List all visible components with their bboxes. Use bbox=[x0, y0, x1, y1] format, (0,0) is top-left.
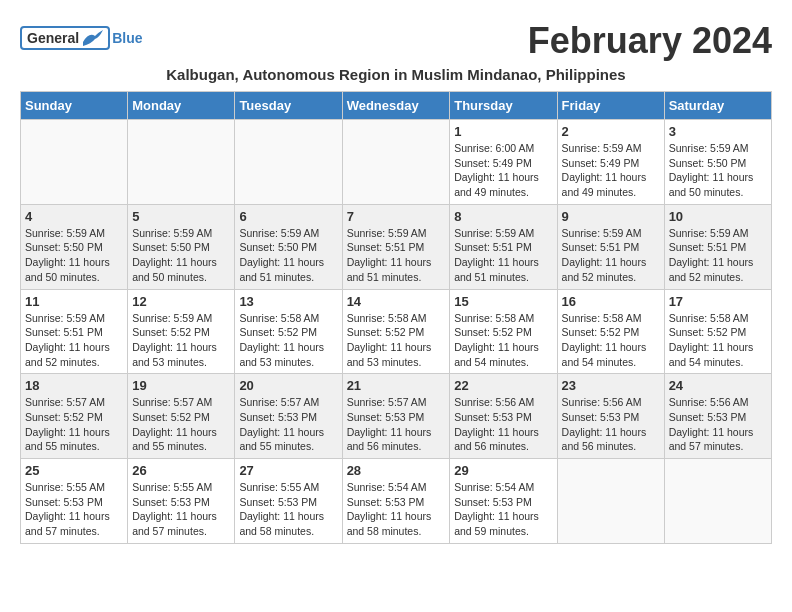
day-info: Sunrise: 5:58 AMSunset: 5:52 PMDaylight:… bbox=[669, 311, 767, 370]
day-info: Sunrise: 5:56 AMSunset: 5:53 PMDaylight:… bbox=[562, 395, 660, 454]
calendar-cell: 1Sunrise: 6:00 AMSunset: 5:49 PMDaylight… bbox=[450, 120, 557, 205]
calendar-cell: 15Sunrise: 5:58 AMSunset: 5:52 PMDayligh… bbox=[450, 289, 557, 374]
day-info: Sunrise: 5:57 AMSunset: 5:52 PMDaylight:… bbox=[25, 395, 123, 454]
day-info: Sunrise: 5:59 AMSunset: 5:50 PMDaylight:… bbox=[25, 226, 123, 285]
month-year-title: February 2024 bbox=[528, 20, 772, 62]
day-number: 12 bbox=[132, 294, 230, 309]
day-info: Sunrise: 5:58 AMSunset: 5:52 PMDaylight:… bbox=[562, 311, 660, 370]
day-number: 9 bbox=[562, 209, 660, 224]
day-info: Sunrise: 5:58 AMSunset: 5:52 PMDaylight:… bbox=[239, 311, 337, 370]
column-header-sunday: Sunday bbox=[21, 92, 128, 120]
day-info: Sunrise: 5:56 AMSunset: 5:53 PMDaylight:… bbox=[454, 395, 552, 454]
day-number: 14 bbox=[347, 294, 446, 309]
day-number: 8 bbox=[454, 209, 552, 224]
day-info: Sunrise: 5:59 AMSunset: 5:52 PMDaylight:… bbox=[132, 311, 230, 370]
column-header-wednesday: Wednesday bbox=[342, 92, 450, 120]
day-number: 7 bbox=[347, 209, 446, 224]
day-number: 10 bbox=[669, 209, 767, 224]
calendar-cell bbox=[557, 459, 664, 544]
day-number: 20 bbox=[239, 378, 337, 393]
calendar-cell: 28Sunrise: 5:54 AMSunset: 5:53 PMDayligh… bbox=[342, 459, 450, 544]
day-info: Sunrise: 5:59 AMSunset: 5:50 PMDaylight:… bbox=[132, 226, 230, 285]
logo-bird-icon bbox=[81, 30, 103, 46]
calendar-cell: 6Sunrise: 5:59 AMSunset: 5:50 PMDaylight… bbox=[235, 204, 342, 289]
calendar-table: SundayMondayTuesdayWednesdayThursdayFrid… bbox=[20, 91, 772, 544]
column-header-saturday: Saturday bbox=[664, 92, 771, 120]
calendar-cell: 3Sunrise: 5:59 AMSunset: 5:50 PMDaylight… bbox=[664, 120, 771, 205]
day-number: 6 bbox=[239, 209, 337, 224]
day-info: Sunrise: 5:55 AMSunset: 5:53 PMDaylight:… bbox=[239, 480, 337, 539]
day-info: Sunrise: 5:54 AMSunset: 5:53 PMDaylight:… bbox=[347, 480, 446, 539]
calendar-cell: 10Sunrise: 5:59 AMSunset: 5:51 PMDayligh… bbox=[664, 204, 771, 289]
day-info: Sunrise: 6:00 AMSunset: 5:49 PMDaylight:… bbox=[454, 141, 552, 200]
calendar-week-row: 1Sunrise: 6:00 AMSunset: 5:49 PMDaylight… bbox=[21, 120, 772, 205]
calendar-week-row: 25Sunrise: 5:55 AMSunset: 5:53 PMDayligh… bbox=[21, 459, 772, 544]
calendar-cell: 4Sunrise: 5:59 AMSunset: 5:50 PMDaylight… bbox=[21, 204, 128, 289]
calendar-cell: 16Sunrise: 5:58 AMSunset: 5:52 PMDayligh… bbox=[557, 289, 664, 374]
calendar-cell bbox=[235, 120, 342, 205]
calendar-cell: 11Sunrise: 5:59 AMSunset: 5:51 PMDayligh… bbox=[21, 289, 128, 374]
day-number: 4 bbox=[25, 209, 123, 224]
calendar-cell: 8Sunrise: 5:59 AMSunset: 5:51 PMDaylight… bbox=[450, 204, 557, 289]
day-number: 5 bbox=[132, 209, 230, 224]
column-header-tuesday: Tuesday bbox=[235, 92, 342, 120]
day-info: Sunrise: 5:59 AMSunset: 5:50 PMDaylight:… bbox=[669, 141, 767, 200]
calendar-cell: 14Sunrise: 5:58 AMSunset: 5:52 PMDayligh… bbox=[342, 289, 450, 374]
day-number: 19 bbox=[132, 378, 230, 393]
calendar-cell bbox=[342, 120, 450, 205]
calendar-cell: 7Sunrise: 5:59 AMSunset: 5:51 PMDaylight… bbox=[342, 204, 450, 289]
calendar-cell: 22Sunrise: 5:56 AMSunset: 5:53 PMDayligh… bbox=[450, 374, 557, 459]
calendar-cell: 24Sunrise: 5:56 AMSunset: 5:53 PMDayligh… bbox=[664, 374, 771, 459]
column-header-friday: Friday bbox=[557, 92, 664, 120]
day-number: 27 bbox=[239, 463, 337, 478]
day-info: Sunrise: 5:59 AMSunset: 5:51 PMDaylight:… bbox=[347, 226, 446, 285]
day-info: Sunrise: 5:55 AMSunset: 5:53 PMDaylight:… bbox=[132, 480, 230, 539]
day-info: Sunrise: 5:57 AMSunset: 5:52 PMDaylight:… bbox=[132, 395, 230, 454]
calendar-week-row: 18Sunrise: 5:57 AMSunset: 5:52 PMDayligh… bbox=[21, 374, 772, 459]
calendar-cell: 2Sunrise: 5:59 AMSunset: 5:49 PMDaylight… bbox=[557, 120, 664, 205]
day-number: 21 bbox=[347, 378, 446, 393]
calendar-week-row: 11Sunrise: 5:59 AMSunset: 5:51 PMDayligh… bbox=[21, 289, 772, 374]
calendar-cell: 17Sunrise: 5:58 AMSunset: 5:52 PMDayligh… bbox=[664, 289, 771, 374]
day-number: 29 bbox=[454, 463, 552, 478]
day-number: 2 bbox=[562, 124, 660, 139]
calendar-week-row: 4Sunrise: 5:59 AMSunset: 5:50 PMDaylight… bbox=[21, 204, 772, 289]
day-number: 28 bbox=[347, 463, 446, 478]
day-info: Sunrise: 5:58 AMSunset: 5:52 PMDaylight:… bbox=[347, 311, 446, 370]
day-info: Sunrise: 5:59 AMSunset: 5:49 PMDaylight:… bbox=[562, 141, 660, 200]
calendar-cell: 21Sunrise: 5:57 AMSunset: 5:53 PMDayligh… bbox=[342, 374, 450, 459]
calendar-cell: 5Sunrise: 5:59 AMSunset: 5:50 PMDaylight… bbox=[128, 204, 235, 289]
day-number: 15 bbox=[454, 294, 552, 309]
calendar-cell: 20Sunrise: 5:57 AMSunset: 5:53 PMDayligh… bbox=[235, 374, 342, 459]
day-info: Sunrise: 5:57 AMSunset: 5:53 PMDaylight:… bbox=[347, 395, 446, 454]
day-number: 18 bbox=[25, 378, 123, 393]
calendar-subtitle: Kalbugan, Autonomous Region in Muslim Mi… bbox=[20, 66, 772, 83]
day-number: 17 bbox=[669, 294, 767, 309]
day-info: Sunrise: 5:59 AMSunset: 5:51 PMDaylight:… bbox=[562, 226, 660, 285]
day-info: Sunrise: 5:58 AMSunset: 5:52 PMDaylight:… bbox=[454, 311, 552, 370]
day-info: Sunrise: 5:57 AMSunset: 5:53 PMDaylight:… bbox=[239, 395, 337, 454]
day-number: 22 bbox=[454, 378, 552, 393]
day-number: 16 bbox=[562, 294, 660, 309]
day-number: 24 bbox=[669, 378, 767, 393]
day-number: 26 bbox=[132, 463, 230, 478]
calendar-cell: 23Sunrise: 5:56 AMSunset: 5:53 PMDayligh… bbox=[557, 374, 664, 459]
logo: General Blue bbox=[20, 26, 142, 50]
title-area: February 2024 bbox=[528, 20, 772, 62]
day-info: Sunrise: 5:59 AMSunset: 5:50 PMDaylight:… bbox=[239, 226, 337, 285]
day-number: 13 bbox=[239, 294, 337, 309]
logo-general: General bbox=[27, 30, 79, 46]
day-info: Sunrise: 5:56 AMSunset: 5:53 PMDaylight:… bbox=[669, 395, 767, 454]
day-info: Sunrise: 5:59 AMSunset: 5:51 PMDaylight:… bbox=[669, 226, 767, 285]
calendar-cell: 29Sunrise: 5:54 AMSunset: 5:53 PMDayligh… bbox=[450, 459, 557, 544]
day-number: 25 bbox=[25, 463, 123, 478]
day-info: Sunrise: 5:55 AMSunset: 5:53 PMDaylight:… bbox=[25, 480, 123, 539]
calendar-cell: 19Sunrise: 5:57 AMSunset: 5:52 PMDayligh… bbox=[128, 374, 235, 459]
day-number: 23 bbox=[562, 378, 660, 393]
calendar-cell: 13Sunrise: 5:58 AMSunset: 5:52 PMDayligh… bbox=[235, 289, 342, 374]
calendar-cell: 12Sunrise: 5:59 AMSunset: 5:52 PMDayligh… bbox=[128, 289, 235, 374]
calendar-cell: 25Sunrise: 5:55 AMSunset: 5:53 PMDayligh… bbox=[21, 459, 128, 544]
calendar-cell: 26Sunrise: 5:55 AMSunset: 5:53 PMDayligh… bbox=[128, 459, 235, 544]
calendar-header-row: SundayMondayTuesdayWednesdayThursdayFrid… bbox=[21, 92, 772, 120]
calendar-cell bbox=[664, 459, 771, 544]
